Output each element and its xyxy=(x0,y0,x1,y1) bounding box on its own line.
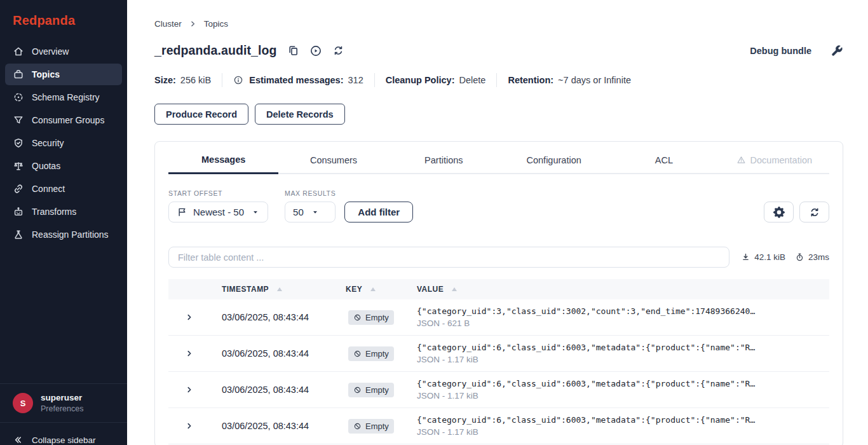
warning-triangle-icon xyxy=(736,155,746,165)
sidebar-item-overview[interactable]: Overview xyxy=(5,41,122,62)
chevrons-left-icon xyxy=(13,435,23,445)
refresh-icon[interactable] xyxy=(332,44,344,57)
sidebar-item-quotas[interactable]: Quotas xyxy=(5,155,122,177)
link-icon xyxy=(13,183,24,195)
delete-records-button[interactable]: Delete Records xyxy=(255,104,345,125)
tab-configuration[interactable]: Configuration xyxy=(499,154,609,173)
debug-bundle-link[interactable]: Debug bundle xyxy=(750,46,811,56)
sidebar-item-label: Transforms xyxy=(32,207,76,217)
expand-row-button[interactable] xyxy=(168,421,222,430)
start-offset-label: START OFFSET xyxy=(168,189,268,197)
settings-button[interactable] xyxy=(764,202,794,222)
column-header-timestamp[interactable]: TIMESTAMP xyxy=(222,285,346,294)
stat-cleanup-policy: Cleanup Policy: Delete xyxy=(386,75,486,85)
sidebar-item-schema-registry[interactable]: Schema Registry xyxy=(5,86,122,108)
sort-icon xyxy=(277,287,282,291)
expand-row-button[interactable] xyxy=(168,313,222,322)
filter-table-input[interactable] xyxy=(168,247,729,268)
timestamp-cell: 03/06/2025, 08:43:44 xyxy=(222,348,346,359)
robot-icon xyxy=(13,206,24,217)
elapsed-time-value: 23ms xyxy=(808,252,829,262)
preferences-link[interactable]: Preferences xyxy=(41,404,83,413)
table-header: TIMESTAMP KEY VALUE xyxy=(168,279,829,299)
column-header-value[interactable]: VALUE xyxy=(417,285,829,294)
produce-record-button[interactable]: Produce Record xyxy=(154,104,248,125)
funnel-icon xyxy=(13,114,24,126)
timestamp-cell: 03/06/2025, 08:43:44 xyxy=(222,385,346,395)
table-row[interactable]: 03/06/2025, 08:43:44 Empty {"category_ui… xyxy=(168,299,829,336)
sidebar-item-topics[interactable]: Topics xyxy=(5,64,122,85)
collapse-sidebar-label: Collapse sidebar xyxy=(32,435,96,445)
stat-retention: Retention: ~7 days or Infinite xyxy=(508,75,631,85)
max-results-field: MAX RESULTS 50 xyxy=(285,189,336,222)
title-row: _redpanda.audit_log Debug bundle xyxy=(154,43,843,58)
badge-label: Empty xyxy=(365,421,389,431)
refresh-icon xyxy=(809,207,820,218)
chevron-right-icon xyxy=(185,349,194,358)
messages-table: TIMESTAMP KEY VALUE xyxy=(168,279,829,444)
max-results-select[interactable]: 50 xyxy=(285,202,336,222)
play-circle-icon[interactable] xyxy=(309,44,322,57)
value-cell: {"category_uid":6,"class_uid":6003,"meta… xyxy=(417,415,829,437)
sidebar-item-security[interactable]: Security xyxy=(5,132,122,154)
stat-value: 256 kiB xyxy=(180,75,211,85)
debug-bundle-group: Debug bundle xyxy=(750,44,843,57)
key-cell: Empty xyxy=(346,419,417,434)
start-offset-value: Newest - 50 xyxy=(193,207,244,217)
redpanda-logo[interactable]: Redpanda xyxy=(0,0,127,41)
collapse-sidebar-button[interactable]: Collapse sidebar xyxy=(0,423,127,445)
key-cell: Empty xyxy=(346,383,417,397)
divider xyxy=(374,73,375,87)
sidebar-item-label: Topics xyxy=(32,69,60,79)
tab-partitions[interactable]: Partitions xyxy=(389,154,499,173)
wrench-icon[interactable] xyxy=(831,44,843,57)
key-cell: Empty xyxy=(346,346,417,361)
tab-messages[interactable]: Messages xyxy=(168,154,278,174)
ban-icon xyxy=(353,350,362,358)
tab-acl[interactable]: ACL xyxy=(609,154,719,173)
flag-icon xyxy=(177,207,187,217)
breadcrumb-cluster[interactable]: Cluster xyxy=(154,19,182,29)
sidebar-item-label: Security xyxy=(32,138,64,148)
start-offset-select[interactable]: Newest - 50 xyxy=(168,202,268,222)
add-filter-button[interactable]: Add filter xyxy=(344,202,413,222)
stat-label: Cleanup Policy: xyxy=(386,75,455,85)
column-label: VALUE xyxy=(417,285,444,294)
value-cell: {"category_uid":3,"class_uid":3002,"coun… xyxy=(417,306,829,328)
payload-size-value: 42.1 kiB xyxy=(754,252,785,262)
value-preview: {"category_uid":6,"class_uid":6003,"meta… xyxy=(417,379,829,388)
user-profile[interactable]: S superuser Preferences xyxy=(0,384,127,422)
expand-row-button[interactable] xyxy=(168,385,222,394)
refresh-table-button[interactable] xyxy=(799,202,829,222)
table-row[interactable]: 03/06/2025, 08:43:44 Empty {"category_ui… xyxy=(168,408,829,444)
sidebar-nav: Overview Topics Schema Registry Consumer… xyxy=(0,41,127,247)
expand-row-button[interactable] xyxy=(168,349,222,358)
breadcrumb-topics[interactable]: Topics xyxy=(204,19,228,29)
sidebar-item-label: Consumer Groups xyxy=(32,115,104,125)
topic-stats: Size: 256 kiB Estimated messages: 312 Cl… xyxy=(154,73,843,87)
copy-icon[interactable] xyxy=(287,44,299,57)
table-row[interactable]: 03/06/2025, 08:43:44 Empty {"category_ui… xyxy=(168,372,829,408)
ban-icon xyxy=(353,422,362,430)
sidebar-item-consumer-groups[interactable]: Consumer Groups xyxy=(5,109,122,131)
table-row[interactable]: 03/06/2025, 08:43:44 Empty {"category_ui… xyxy=(168,336,829,372)
topics-icon xyxy=(13,69,24,80)
tab-consumers[interactable]: Consumers xyxy=(278,154,388,173)
value-cell: {"category_uid":6,"class_uid":6003,"meta… xyxy=(417,379,829,400)
sidebar-item-connect[interactable]: Connect xyxy=(5,178,122,200)
home-icon xyxy=(13,46,24,57)
badge-label: Empty xyxy=(365,385,389,395)
sidebar-item-transforms[interactable]: Transforms xyxy=(5,201,122,222)
sidebar-footer: S superuser Preferences Collapse sidebar xyxy=(0,383,127,445)
column-label: TIMESTAMP xyxy=(222,285,269,294)
badge-label: Empty xyxy=(365,313,389,322)
column-header-key[interactable]: KEY xyxy=(346,285,417,294)
payload-size: 42.1 kiB xyxy=(741,252,785,262)
ban-icon xyxy=(353,313,362,322)
stat-value: 312 xyxy=(348,75,363,85)
info-icon[interactable] xyxy=(233,75,243,85)
redpanda-console: Redpanda Overview Topics Schema Registry xyxy=(0,0,868,445)
user-name: superuser xyxy=(41,393,83,402)
chevron-down-icon xyxy=(311,208,320,217)
sidebar-item-reassign-partitions[interactable]: Reassign Partitions xyxy=(5,224,122,245)
